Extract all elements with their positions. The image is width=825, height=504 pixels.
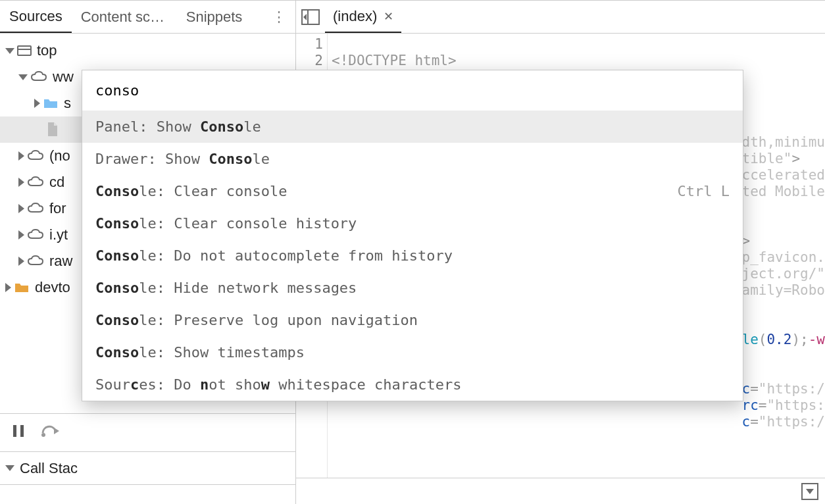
folder-icon [43, 97, 59, 110]
svg-rect-3 [20, 425, 24, 437]
tree-label: ww [53, 68, 74, 86]
tree-label: raw [49, 253, 72, 270]
tab-content-scripts[interactable]: Content scr… [72, 2, 177, 32]
callstack-section[interactable]: Call Stac [0, 451, 295, 484]
chevron-down-icon [5, 48, 14, 54]
command-menu-item-text: Console: Show timestamps [95, 344, 730, 361]
editor-footer [296, 478, 825, 504]
svg-point-5 [41, 433, 45, 437]
command-menu-item-text: Console: Do not autocomplete from histor… [95, 247, 730, 264]
cloud-icon [27, 176, 44, 189]
left-footer [0, 484, 295, 504]
command-menu-item[interactable]: Sources: Do not show whitespace characte… [82, 368, 743, 401]
tab-sources[interactable]: Sources [0, 1, 72, 33]
frame-icon [17, 44, 32, 57]
more-tabs-icon[interactable]: ⋮ [262, 9, 295, 26]
tree-label: s [64, 95, 71, 112]
chevron-right-icon [18, 151, 24, 161]
chevron-right-icon [34, 99, 40, 108]
left-tabbar: Sources Content scr… Snippets ⋮ [0, 1, 295, 34]
callstack-label: Call Stac [20, 460, 78, 477]
debugger-toolbar [0, 413, 295, 451]
tree-label: (no [49, 147, 70, 164]
chevron-right-icon [18, 257, 24, 266]
command-menu-item-text: Drawer: Show Console [95, 151, 730, 167]
chevron-right-icon [18, 204, 24, 213]
cloud-icon [27, 202, 44, 215]
command-menu-item-text: Console: Clear console history [95, 215, 730, 232]
command-menu-item[interactable]: Console: Preserve log upon navigation [82, 304, 743, 336]
command-menu-item[interactable]: Console: Show timestamps [82, 336, 743, 368]
svg-rect-2 [13, 425, 16, 437]
chevron-down-icon [18, 74, 28, 80]
editor-tab-label: (index) [333, 8, 377, 25]
command-menu-item-text: Panel: Show Console [95, 118, 730, 135]
step-over-icon[interactable] [41, 424, 61, 441]
folder-icon [14, 281, 30, 294]
editor-tab-index[interactable]: (index) ✕ [325, 1, 401, 33]
pretty-print-icon[interactable] [801, 483, 818, 500]
tree-label: devto [35, 279, 70, 296]
file-icon [46, 122, 59, 138]
cloud-icon [27, 228, 44, 241]
chevron-right-icon [5, 283, 11, 292]
chevron-right-icon [18, 178, 24, 187]
command-menu-item-text: Console: Clear console [95, 183, 678, 199]
command-menu-item[interactable]: Panel: Show Console [82, 111, 743, 143]
tree-label: top [37, 42, 57, 59]
pause-icon[interactable] [12, 424, 25, 441]
command-menu-list: Panel: Show ConsoleDrawer: Show ConsoleC… [82, 111, 743, 401]
tab-snippets[interactable]: Snippets [177, 2, 252, 32]
tree-label: cd [49, 174, 64, 191]
tree-row-top[interactable]: top [0, 38, 295, 64]
command-menu-item[interactable]: Console: Hide network messages [82, 272, 743, 304]
line-number: 2 [296, 53, 323, 69]
chevron-right-icon [18, 230, 24, 239]
tree-label: i.yt [49, 226, 68, 243]
command-menu-item[interactable]: Console: Do not autocomplete from histor… [82, 239, 743, 272]
command-menu-item[interactable]: Console: Clear console history [82, 207, 743, 239]
command-menu: Panel: Show ConsoleDrawer: Show ConsoleC… [82, 70, 743, 401]
command-menu-item-text: Sources: Do not show whitespace characte… [95, 376, 730, 393]
cloud-icon [30, 70, 47, 84]
command-menu-item[interactable]: Console: Clear consoleCtrl L [82, 175, 743, 207]
cloud-icon [27, 149, 44, 163]
command-menu-shortcut: Ctrl L [678, 183, 730, 199]
command-menu-item-text: Console: Hide network messages [95, 280, 730, 296]
svg-rect-0 [18, 46, 31, 55]
chevron-down-icon [5, 465, 14, 471]
toggle-navigator-icon[interactable] [301, 9, 320, 25]
code-fragments: dth,minimu tible"> ccelerated ted Mobile… [742, 118, 825, 430]
command-menu-item[interactable]: Drawer: Show Console [82, 143, 743, 175]
svg-marker-4 [54, 428, 59, 434]
tree-label: for [49, 200, 66, 217]
command-menu-item-text: Console: Preserve log upon navigation [95, 312, 730, 328]
cloud-icon [27, 255, 44, 268]
line-number: 1 [296, 36, 323, 53]
command-menu-input[interactable] [82, 70, 743, 111]
close-icon[interactable]: ✕ [384, 9, 393, 24]
editor-tabbar: (index) ✕ [296, 1, 825, 34]
